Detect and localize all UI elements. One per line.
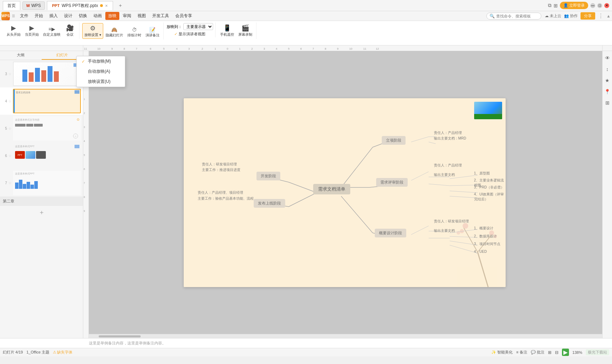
collab-btn[interactable]: 👥 协作 — [564, 13, 578, 19]
menu-start[interactable]: 开始 — [32, 12, 46, 20]
grid-icon[interactable]: ⊞ — [554, 3, 558, 8]
cloud-btn[interactable]: ☁ 未上云 — [545, 13, 561, 19]
slide-item-6[interactable]: 6 ☆ 这是基本样式PPT PPT — [0, 142, 83, 169]
ai-beautify-btn[interactable]: ✨ 智能美化 — [491, 350, 513, 355]
svg-line-52 — [289, 193, 317, 207]
menu-view[interactable]: 视图 — [135, 12, 149, 20]
search-input[interactable] — [496, 14, 538, 18]
notes-button[interactable]: 📝 演讲备注 — [144, 26, 161, 39]
maximize-button[interactable]: □ — [597, 3, 602, 8]
eye-panel-icon[interactable]: 👁 — [603, 54, 612, 62]
collapse-ribbon-btn[interactable]: ▲ — [606, 14, 611, 19]
h-scrollbar[interactable] — [83, 334, 602, 338]
screen-record-label: 屏幕录制 — [238, 32, 252, 37]
chapter-2-label: 第二章 — [0, 197, 83, 206]
menu-insert[interactable]: 插入 — [47, 12, 61, 20]
star-panel-icon[interactable]: ★ — [603, 76, 612, 85]
slide-thumb-4: 需求文档清单 — [13, 89, 81, 113]
svg-rect-28 — [48, 66, 52, 82]
playto-row: 放映到： 主要显示器 — [167, 23, 213, 30]
svg-text:7: 7 — [84, 182, 85, 184]
font-warning[interactable]: ⚠ 缺失字体 — [53, 350, 72, 355]
auto-play-item[interactable]: 自动放映(A) — [77, 66, 125, 77]
menu-transition[interactable]: 切换 — [76, 12, 90, 20]
menu-premium[interactable]: 会员专享 — [173, 12, 195, 20]
svg-text:4: 4 — [276, 47, 277, 50]
sidebar: 大纲 幻灯片 3 ☆ — [0, 51, 83, 338]
menu-devtools[interactable]: 开发工具 — [149, 12, 172, 20]
fabu-work-text: 主要工作：验收产品基本功能、流程 — [198, 196, 254, 201]
presenter-checkbox[interactable]: ✓ — [174, 32, 177, 36]
minimize-button[interactable]: — — [590, 3, 595, 8]
fabu-node: 发布上线阶段 — [254, 199, 285, 208]
settings-dialog-item[interactable]: 放映设置(U) — [77, 77, 125, 87]
slide-item-3[interactable]: 3 ☆ — [0, 60, 83, 87]
svg-text:1: 1 — [84, 98, 85, 100]
screen-record-icon: 🎬 — [241, 24, 249, 32]
tab-home[interactable]: 首页 — [3, 1, 20, 10]
from-current-button[interactable]: ▶ 当页开始 — [23, 23, 41, 38]
rehearse-button[interactable]: ⏱ 排练计时 — [126, 26, 143, 39]
menu-playback[interactable]: 放映 — [105, 12, 119, 20]
svg-text:2: 2 — [84, 112, 85, 114]
svg-text:3: 3 — [263, 47, 265, 50]
close-button[interactable]: ✕ — [604, 3, 609, 8]
notes-status-btn[interactable]: ≡ 备注 — [516, 350, 527, 355]
arrow-panel-icon[interactable]: ↕ — [603, 65, 612, 73]
slide-star-3: ☆ — [8, 72, 12, 76]
svg-line-68 — [450, 191, 478, 193]
svg-text:9: 9 — [84, 210, 85, 212]
conference-button[interactable]: 🎥 会议 — [63, 23, 77, 38]
gaiyao-3-text: 3、项目时间节点 — [474, 242, 501, 247]
presenter-view-row[interactable]: ✓ 显示演讲者视图 — [174, 31, 205, 37]
search-icon: 🔍 — [490, 14, 495, 19]
slide-item-7[interactable]: 7 ☆ 这是基本样式PPT — [0, 169, 83, 197]
playback-settings-label: 放映设置 ▾ — [84, 33, 101, 37]
gaiyao-1-text: 1、概要设计 — [474, 226, 494, 231]
wps-tab-label: WPS — [31, 3, 41, 8]
slide-item-4[interactable]: 4 ☆ 需求文档清单 — [0, 87, 83, 115]
menu-file[interactable]: 文件 — [17, 12, 31, 20]
slide-item-5[interactable]: 5 ☆ 这是基本样式文字内容 ⊙ ○ — [0, 115, 83, 142]
rehearse-label: 排练计时 — [127, 33, 141, 38]
comments-status-btn[interactable]: 💬 批注 — [531, 350, 544, 355]
location-panel-icon[interactable]: 📍 — [603, 87, 612, 96]
phone-remote-button[interactable]: 📱 手机遥控 — [218, 23, 236, 38]
more-btn[interactable]: ⋮ — [598, 13, 604, 19]
tab-document[interactable]: PPT WPS PPT教程.pptx ✕ — [47, 1, 113, 10]
hide-slides-button[interactable]: 🙈 隐藏幻灯片 — [104, 26, 125, 39]
playto-select[interactable]: 主要显示器 — [183, 23, 213, 30]
tab-close-btn[interactable]: ✕ — [105, 4, 108, 8]
svg-text:5: 5 — [163, 47, 165, 50]
phone-remote-label: 手机遥控 — [220, 32, 234, 37]
grid-panel-icon[interactable]: ⊞ — [603, 99, 612, 107]
layout-icon[interactable]: ⧉ — [548, 2, 551, 8]
outline-tab[interactable]: 大纲 — [0, 51, 42, 60]
custom-play-button[interactable]: ≡▶ 自定义放映 — [41, 25, 62, 38]
svg-text:4: 4 — [84, 140, 85, 142]
tab-wps[interactable]: W WPS — [22, 1, 45, 10]
menu-search-box[interactable]: 🔍 — [486, 13, 541, 20]
svg-line-62 — [429, 142, 436, 144]
svg-text:5: 5 — [288, 47, 290, 50]
ocean-image — [474, 102, 502, 119]
menu-design[interactable]: 设计 — [61, 12, 75, 20]
menu-animation[interactable]: 动画 — [91, 12, 105, 20]
grid-view-btn[interactable]: ⊟ — [555, 350, 558, 355]
add-slide-button[interactable]: ＋ — [0, 206, 83, 219]
from-start-button[interactable]: ▶ 从头开始 — [5, 23, 22, 38]
menu-review[interactable]: 审阅 — [120, 12, 134, 20]
center-node: 需求文档清单 — [313, 184, 350, 194]
gaiyao-2-text: 2、数据库设计 — [474, 234, 497, 239]
login-button[interactable]: 👤 立即登录 — [560, 2, 588, 9]
presenter-label: 显示演讲者视图 — [178, 31, 205, 37]
h-scroll-thumb[interactable] — [99, 335, 141, 337]
manual-play-item[interactable]: ✓ 手动放映(M) — [77, 56, 125, 66]
share-button[interactable]: 分享 — [581, 12, 595, 20]
screen-record-button[interactable]: 🎬 屏幕录制 — [237, 23, 254, 38]
svg-text:10: 10 — [97, 47, 100, 50]
play-btn[interactable]: ▶ — [562, 349, 569, 356]
playback-settings-button[interactable]: ⚙ 放映设置 ▾ — [82, 23, 103, 39]
normal-view-btn[interactable]: ⊞ — [548, 350, 551, 355]
new-tab-btn[interactable]: ＋ — [115, 1, 126, 10]
